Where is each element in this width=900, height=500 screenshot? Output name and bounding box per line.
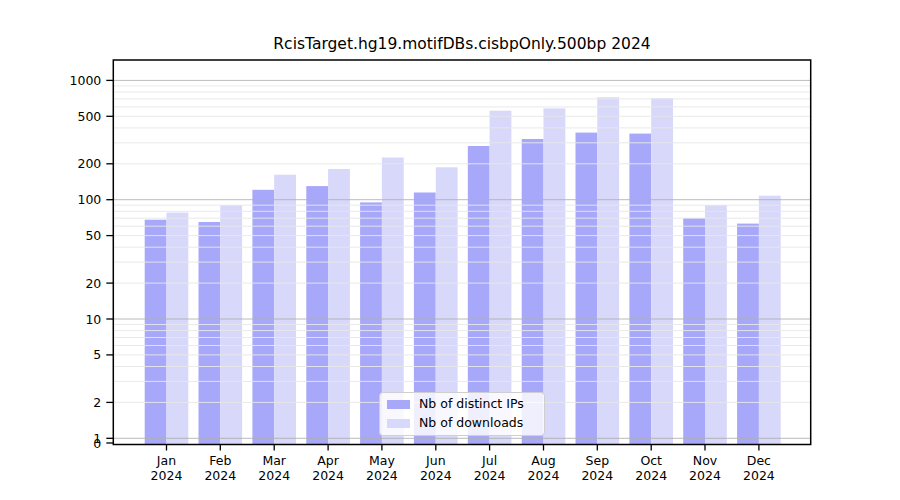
bar-distinct-ips-jan <box>145 220 167 445</box>
bar-distinct-ips-mar <box>252 190 274 445</box>
x-tick-label-year: 2024 <box>635 468 667 483</box>
x-tick-label-month: Nov <box>693 453 718 468</box>
y-tick-label: 50 <box>85 228 101 243</box>
x-tick-label-month: Feb <box>209 453 231 468</box>
x-tick-label-month: Dec <box>747 453 771 468</box>
bar-downloads-mar <box>274 175 296 445</box>
x-tick-label-month: Aug <box>531 453 555 468</box>
y-tick-label: 5 <box>93 347 101 362</box>
x-tick-label-year: 2024 <box>204 468 236 483</box>
x-tick-label-year: 2024 <box>151 468 183 483</box>
legend-label-downloads: Nb of downloads <box>419 417 523 430</box>
y-tick-label: 200 <box>77 156 101 171</box>
legend-row-distinct-ips: Nb of distinct IPs <box>387 396 537 414</box>
legend-swatch-downloads <box>387 419 410 428</box>
legend-label-distinct-ips: Nb of distinct IPs <box>419 398 524 411</box>
x-tick-label-year: 2024 <box>528 468 560 483</box>
legend: Nb of distinct IPs Nb of downloads <box>379 392 545 436</box>
bar-downloads-dec <box>759 196 781 445</box>
x-tick-label-month: Sep <box>586 453 610 468</box>
figure: RcisTarget.hg19.motifDBs.cisbpOnly.500bp… <box>0 0 900 500</box>
y-tick-label: 0 <box>93 436 101 451</box>
bar-downloads-apr <box>328 169 350 445</box>
bar-downloads-oct <box>651 98 673 444</box>
x-tick-label-year: 2024 <box>420 468 452 483</box>
x-tick-label-year: 2024 <box>581 468 613 483</box>
x-tick-label-month: Jul <box>481 453 497 468</box>
x-tick-label-month: Mar <box>262 453 286 468</box>
x-tick-label-year: 2024 <box>312 468 344 483</box>
bar-downloads-aug <box>544 108 566 444</box>
y-tick-label: 100 <box>77 192 101 207</box>
bar-distinct-ips-sep <box>576 133 598 445</box>
bar-distinct-ips-dec <box>737 224 759 445</box>
x-tick-label-year: 2024 <box>258 468 290 483</box>
bar-downloads-sep <box>597 97 619 444</box>
bar-distinct-ips-apr <box>306 186 328 444</box>
x-tick-label-month: Apr <box>317 453 339 468</box>
y-tick-label: 20 <box>85 276 101 291</box>
x-tick-label-year: 2024 <box>743 468 775 483</box>
x-tick-label-month: Oct <box>640 453 662 468</box>
x-tick-label-year: 2024 <box>366 468 398 483</box>
y-tick-label: 2 <box>93 395 101 410</box>
bar-distinct-ips-oct <box>629 134 651 445</box>
x-tick-label-year: 2024 <box>474 468 506 483</box>
y-tick-label: 1000 <box>69 73 101 88</box>
legend-row-downloads: Nb of downloads <box>387 414 537 432</box>
x-tick-label-month: Jan <box>156 453 176 468</box>
legend-swatch-distinct-ips <box>387 400 410 409</box>
y-tick-label: 10 <box>85 312 101 327</box>
bar-distinct-ips-feb <box>199 222 221 445</box>
x-tick-label-month: Jun <box>425 453 446 468</box>
y-tick-label: 500 <box>77 109 101 124</box>
x-tick-label-year: 2024 <box>689 468 721 483</box>
x-tick-label-month: May <box>369 453 395 468</box>
bar-distinct-ips-nov <box>683 218 705 444</box>
